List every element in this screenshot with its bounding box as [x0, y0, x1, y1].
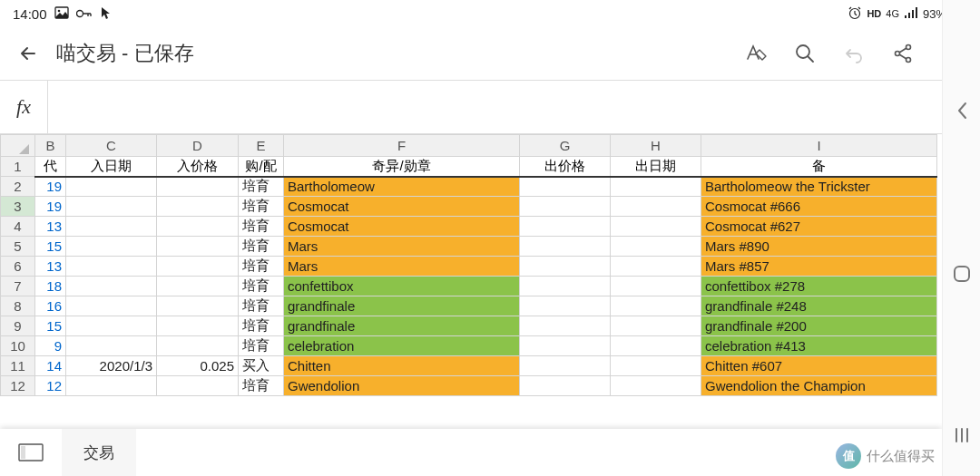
cell[interactable]: confettibox #278 [701, 277, 937, 296]
cell[interactable]: Gwendolion [284, 376, 520, 396]
cell[interactable]: 培育 [239, 257, 284, 277]
cell[interactable]: 14 [35, 356, 66, 376]
header-cell[interactable]: 备 [701, 157, 937, 177]
cell[interactable] [157, 296, 239, 316]
cell[interactable]: 19 [35, 177, 66, 197]
cell[interactable]: 13 [35, 257, 66, 277]
nav-recent-button[interactable] [953, 426, 971, 449]
cell[interactable] [520, 257, 611, 277]
select-all-corner[interactable] [5, 135, 31, 156]
cell[interactable] [611, 237, 701, 257]
cell[interactable]: 培育 [239, 237, 284, 257]
cell[interactable]: 培育 [239, 197, 284, 217]
row-header[interactable]: 8 [1, 296, 35, 316]
cell[interactable] [66, 316, 157, 336]
cell[interactable]: 买入 [239, 356, 284, 376]
cell[interactable]: Gwendolion the Champion [701, 376, 937, 396]
back-button[interactable] [16, 42, 40, 65]
cell[interactable] [66, 237, 157, 257]
cell[interactable]: 15 [35, 237, 66, 257]
cell[interactable]: 培育 [239, 336, 284, 356]
cell[interactable]: 12 [35, 376, 66, 396]
cell[interactable] [157, 277, 239, 296]
row-header[interactable]: 3 [1, 197, 35, 217]
cell[interactable]: 9 [35, 336, 66, 356]
cell[interactable] [520, 197, 611, 217]
cell[interactable] [611, 336, 701, 356]
col-header-C[interactable]: C [66, 135, 157, 157]
col-header-E[interactable]: E [239, 135, 284, 157]
cell[interactable] [611, 197, 701, 217]
cell[interactable]: 培育 [239, 217, 284, 237]
col-header-I[interactable]: I [701, 135, 937, 157]
cell[interactable] [66, 177, 157, 197]
cell[interactable]: Cosmocat [284, 217, 520, 237]
sheet-tab-active[interactable]: 交易 [62, 429, 136, 476]
cell[interactable] [611, 257, 701, 277]
cell[interactable]: Cosmocat #666 [701, 197, 937, 217]
undo-button[interactable] [842, 42, 866, 65]
cell[interactable]: 13 [35, 217, 66, 237]
cell[interactable] [520, 217, 611, 237]
header-cell[interactable]: 入日期 [66, 157, 157, 177]
cell[interactable]: celebration #413 [701, 336, 937, 356]
cell[interactable] [520, 336, 611, 356]
spreadsheet-grid[interactable]: BCDEFGHI1代入日期入价格购/配奇异/勋章出价格出日期备219培育Bart… [0, 134, 980, 397]
share-button[interactable] [891, 42, 915, 65]
cell[interactable] [611, 316, 701, 336]
nav-home-button[interactable] [952, 264, 972, 288]
cell[interactable] [611, 376, 701, 396]
cell[interactable] [66, 277, 157, 296]
font-format-button[interactable] [744, 42, 768, 65]
col-header-G[interactable]: G [520, 135, 611, 157]
row-header[interactable]: 9 [1, 316, 35, 336]
cell[interactable]: 19 [35, 197, 66, 217]
cell[interactable]: grandfinale #200 [701, 316, 937, 336]
cell[interactable]: Cosmocat [284, 197, 520, 217]
cell[interactable]: Chitten #607 [701, 356, 937, 376]
row-header[interactable]: 4 [1, 217, 35, 237]
cell[interactable]: 培育 [239, 277, 284, 296]
cell[interactable]: 18 [35, 277, 66, 296]
cell[interactable] [157, 177, 239, 197]
header-cell[interactable]: 出价格 [520, 157, 611, 177]
cell[interactable] [66, 336, 157, 356]
col-header-D[interactable]: D [157, 135, 239, 157]
header-cell[interactable]: 代 [35, 157, 66, 177]
cell[interactable] [66, 197, 157, 217]
cell[interactable] [520, 356, 611, 376]
cell[interactable] [520, 316, 611, 336]
cell[interactable]: confettibox [284, 277, 520, 296]
cell[interactable] [520, 296, 611, 316]
row-header[interactable]: 12 [1, 376, 35, 396]
cell[interactable] [157, 257, 239, 277]
cell[interactable]: Mars [284, 257, 520, 277]
cell[interactable] [520, 237, 611, 257]
cell[interactable] [611, 296, 701, 316]
cell[interactable]: celebration [284, 336, 520, 356]
cell[interactable]: 培育 [239, 177, 284, 197]
col-header-H[interactable]: H [611, 135, 701, 157]
cell[interactable]: Mars #857 [701, 257, 937, 277]
cell[interactable] [66, 257, 157, 277]
row-header[interactable]: 1 [1, 157, 35, 177]
cell[interactable]: 培育 [239, 296, 284, 316]
cell[interactable] [157, 217, 239, 237]
row-header[interactable]: 11 [1, 356, 35, 376]
cell[interactable] [157, 336, 239, 356]
cell[interactable] [66, 376, 157, 396]
row-header[interactable]: 5 [1, 237, 35, 257]
cell[interactable] [611, 217, 701, 237]
cell[interactable]: Mars [284, 237, 520, 257]
cell[interactable] [520, 376, 611, 396]
row-header[interactable]: 2 [1, 177, 35, 197]
header-cell[interactable]: 入价格 [157, 157, 239, 177]
header-cell[interactable]: 购/配 [239, 157, 284, 177]
col-header-F[interactable]: F [284, 135, 520, 157]
cell[interactable]: 16 [35, 296, 66, 316]
sheet-view-icon[interactable] [0, 429, 62, 476]
cell[interactable] [611, 277, 701, 296]
row-header[interactable]: 10 [1, 336, 35, 356]
col-header-B[interactable]: B [35, 135, 66, 157]
cell[interactable]: 培育 [239, 316, 284, 336]
